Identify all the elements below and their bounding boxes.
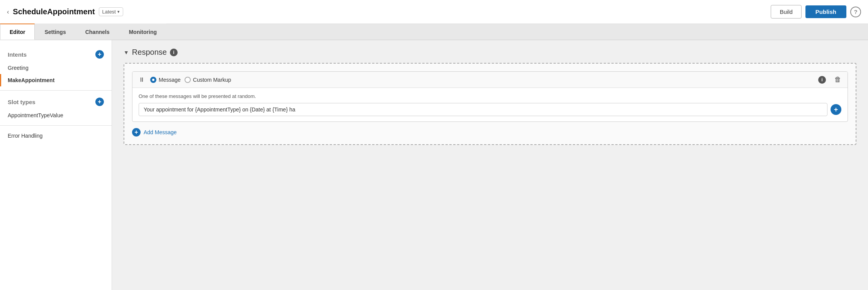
add-intent-button[interactable]: + bbox=[95, 50, 104, 59]
random-message-note: One of these messages will be presented … bbox=[139, 93, 841, 99]
radio-message-option[interactable]: Message bbox=[150, 77, 181, 83]
sidebar-item-greeting[interactable]: Greeting bbox=[0, 62, 112, 74]
version-selector[interactable]: Latest ▾ bbox=[99, 7, 123, 16]
sidebar-divider-1 bbox=[0, 90, 112, 91]
tab-editor[interactable]: Editor bbox=[0, 24, 35, 40]
tabs-bar: Editor Settings Channels Monitoring bbox=[0, 24, 868, 40]
intents-label: Intents bbox=[8, 51, 27, 58]
add-message-row[interactable]: + Add Message bbox=[132, 128, 848, 137]
main-layout: Intents + Greeting MakeAppointment Slot … bbox=[0, 40, 868, 290]
top-bar-right: Build Publish ? bbox=[771, 5, 861, 19]
tab-monitoring[interactable]: Monitoring bbox=[119, 24, 166, 40]
add-message-label: Add Message bbox=[144, 129, 177, 135]
top-bar: ‹ ScheduleAppointment Latest ▾ Build Pub… bbox=[0, 0, 868, 24]
slot-types-section-header: Slot types + bbox=[0, 94, 112, 109]
response-dashed-container: ⏸ Message Custom Markup i 🗑 bbox=[124, 63, 856, 145]
radio-message-selected-dot bbox=[150, 77, 156, 83]
sidebar-item-error-handling[interactable]: Error Handling bbox=[0, 130, 112, 142]
add-message-icon[interactable]: + bbox=[132, 128, 141, 137]
help-icon[interactable]: ? bbox=[850, 7, 861, 17]
sidebar: Intents + Greeting MakeAppointment Slot … bbox=[0, 40, 112, 290]
tab-channels[interactable]: Channels bbox=[76, 24, 119, 40]
radio-custom-label: Custom Markup bbox=[193, 77, 231, 83]
sidebar-divider-2 bbox=[0, 125, 112, 126]
collapse-arrow-icon[interactable]: ▼ bbox=[124, 49, 129, 56]
slot-types-label: Slot types bbox=[8, 99, 36, 105]
trash-icon[interactable]: 🗑 bbox=[834, 76, 841, 84]
message-input[interactable] bbox=[139, 103, 827, 116]
content-area: ▼ Response i ⏸ Message Custom bbox=[112, 40, 868, 290]
radio-custom-markup-option[interactable]: Custom Markup bbox=[185, 77, 231, 83]
message-card-body: One of these messages will be presented … bbox=[132, 88, 848, 121]
response-header: ▼ Response i bbox=[124, 48, 856, 57]
tab-settings[interactable]: Settings bbox=[35, 24, 75, 40]
intents-section-header: Intents + bbox=[0, 47, 112, 62]
radio-message-label: Message bbox=[159, 77, 181, 83]
response-label: Response bbox=[132, 48, 167, 57]
build-button[interactable]: Build bbox=[771, 5, 801, 19]
add-slot-type-button[interactable]: + bbox=[95, 98, 104, 106]
back-button[interactable]: ‹ bbox=[7, 8, 9, 15]
response-info-icon[interactable]: i bbox=[170, 49, 178, 56]
sidebar-item-appointment-type-value[interactable]: AppointmentTypeValue bbox=[0, 109, 112, 121]
sidebar-item-make-appointment[interactable]: MakeAppointment bbox=[0, 74, 112, 86]
publish-button[interactable]: Publish bbox=[805, 5, 846, 18]
message-card: ⏸ Message Custom Markup i 🗑 bbox=[132, 71, 848, 122]
pause-icon[interactable]: ⏸ bbox=[139, 76, 145, 83]
message-input-row: + bbox=[139, 103, 841, 116]
radio-group: Message Custom Markup bbox=[150, 77, 231, 83]
message-card-header: ⏸ Message Custom Markup i 🗑 bbox=[132, 72, 848, 88]
chevron-down-icon: ▾ bbox=[117, 9, 120, 14]
radio-custom-empty-dot bbox=[185, 77, 191, 83]
version-label: Latest bbox=[102, 9, 116, 15]
app-title: ScheduleAppointment bbox=[13, 7, 95, 16]
add-message-variation-button[interactable]: + bbox=[831, 104, 841, 115]
card-info-icon[interactable]: i bbox=[818, 76, 826, 84]
top-bar-left: ‹ ScheduleAppointment Latest ▾ bbox=[7, 7, 123, 16]
